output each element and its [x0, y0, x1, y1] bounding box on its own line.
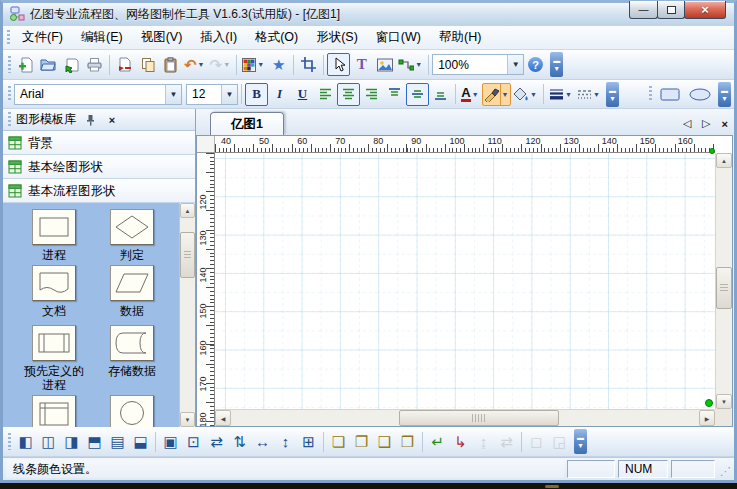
copy-button[interactable]: [136, 53, 159, 76]
menu-file[interactable]: 文件(F): [13, 26, 72, 49]
font-color-button[interactable]: A ▼: [459, 83, 482, 106]
menu-view[interactable]: 视图(V): [132, 26, 192, 49]
document-tab[interactable]: 亿图1: [210, 112, 284, 135]
underline-button[interactable]: U: [291, 83, 314, 106]
shape-tile-document[interactable]: 文档: [19, 265, 89, 318]
same-width-button[interactable]: ↔: [251, 430, 274, 453]
toolbar-options-button[interactable]: ▬▼: [606, 82, 619, 107]
toolbar-grip[interactable]: [8, 86, 11, 102]
shape-tile-data[interactable]: 数据: [97, 265, 167, 318]
crop-button[interactable]: [297, 53, 320, 76]
vertical-scrollbar[interactable]: ▲ ▼: [715, 153, 732, 409]
fill-color-button[interactable]: ▼: [511, 83, 540, 106]
toolbar-options-button[interactable]: ▬▼: [550, 52, 563, 77]
open-button[interactable]: [37, 53, 60, 76]
fill-color-dropdown-arrow[interactable]: ▼: [529, 91, 538, 98]
paste-button[interactable]: [159, 53, 182, 76]
center-in-page-vertical-button[interactable]: ⊡: [182, 430, 205, 453]
shape-tile-predefined-process[interactable]: 预先定义的进程: [19, 325, 89, 392]
new-button[interactable]: [14, 53, 37, 76]
toolbar-grip[interactable]: [7, 30, 10, 45]
scroll-right-button[interactable]: ▶: [699, 410, 715, 426]
print-button[interactable]: [83, 53, 106, 76]
menu-edit[interactable]: 编辑(E): [72, 26, 132, 49]
category-basic-flowchart-shapes[interactable]: 基本流程图形状: [3, 179, 195, 203]
line-style-dropdown-arrow[interactable]: ▼: [592, 91, 601, 98]
space-equally-down-button[interactable]: ⇅: [228, 430, 251, 453]
resize-grip[interactable]: ⋰: [718, 460, 731, 478]
add-to-group-button[interactable]: ↵: [426, 430, 449, 453]
align-center-button[interactable]: [337, 83, 360, 106]
font-color-dropdown-arrow[interactable]: ▼: [471, 91, 480, 98]
same-height-button[interactable]: ↕: [274, 430, 297, 453]
effects-button[interactable]: ★: [267, 53, 290, 76]
connector-tool-button[interactable]: ▼: [396, 53, 425, 76]
scroll-up-button[interactable]: ▲: [716, 153, 732, 168]
draw-rectangle-button[interactable]: [655, 83, 685, 106]
pointer-tool-button[interactable]: [327, 53, 350, 76]
shape-tile-circle[interactable]: [97, 395, 167, 427]
close-page-icon[interactable]: ×: [722, 118, 728, 130]
line-weight-dropdown-arrow[interactable]: ▼: [564, 91, 573, 98]
undo-button[interactable]: ↶ ▼: [182, 53, 208, 76]
scroll-track[interactable]: [231, 410, 699, 426]
menu-window[interactable]: 窗口(W): [367, 26, 430, 49]
previous-page-icon[interactable]: ◁: [683, 117, 691, 130]
line-style-button[interactable]: ▼: [575, 83, 603, 106]
shape-tile-stored-data[interactable]: 存储数据: [97, 325, 167, 378]
bold-button[interactable]: B: [245, 83, 268, 106]
scroll-track[interactable]: [716, 168, 732, 394]
space-equally-across-button[interactable]: ⇄: [205, 430, 228, 453]
bring-forward-button[interactable]: ❑: [373, 430, 396, 453]
align-shapes-center-button[interactable]: ◫: [37, 430, 60, 453]
scroll-down-button[interactable]: ▼: [180, 412, 195, 427]
toolbar-options-button[interactable]: ▬▼: [718, 82, 731, 107]
align-shapes-middle-button[interactable]: ▤: [106, 430, 129, 453]
canvas[interactable]: [215, 153, 715, 409]
align-bottom-button[interactable]: [429, 83, 452, 106]
toolbar-grip[interactable]: [8, 56, 11, 73]
close-button[interactable]: ×: [684, 1, 726, 19]
shape-tile-process[interactable]: 进程: [19, 209, 89, 262]
font-size-combobox[interactable]: 12 ▼: [186, 84, 238, 105]
color-scheme-dropdown-arrow[interactable]: ▼: [256, 61, 265, 68]
category-basic-drawing-shapes[interactable]: 基本绘图形状: [3, 155, 195, 179]
font-size-dropdown-arrow[interactable]: ▼: [221, 85, 237, 104]
align-shapes-right-button[interactable]: ◨: [60, 430, 83, 453]
zoom-dropdown-arrow[interactable]: ▼: [507, 55, 523, 74]
text-tool-button[interactable]: T: [350, 53, 373, 76]
send-backward-button[interactable]: ❒: [396, 430, 419, 453]
remove-from-group-button[interactable]: ↳: [449, 430, 472, 453]
scroll-left-button[interactable]: ◀: [215, 410, 231, 426]
color-scheme-button[interactable]: ▼: [240, 53, 267, 76]
line-color-button[interactable]: ▼: [482, 83, 511, 106]
toolbar-grip[interactable]: [8, 433, 11, 450]
zoom-combobox[interactable]: 100% ▼: [432, 54, 524, 75]
bring-to-front-button[interactable]: ❏: [327, 430, 350, 453]
menu-format[interactable]: 格式(O): [246, 26, 307, 49]
line-weight-button[interactable]: ▼: [547, 83, 575, 106]
toolbar-grip[interactable]: [649, 86, 652, 102]
align-middle-button[interactable]: [406, 83, 429, 106]
same-size-button[interactable]: ⊞: [297, 430, 320, 453]
minimize-button[interactable]: —: [629, 1, 658, 19]
pin-panel-button[interactable]: [82, 112, 98, 128]
next-page-icon[interactable]: ▷: [702, 117, 710, 130]
menu-insert[interactable]: 插入(I): [191, 26, 246, 49]
align-shapes-bottom-button[interactable]: ⬓: [129, 430, 152, 453]
scroll-up-button[interactable]: ▲: [180, 203, 195, 218]
align-shapes-top-button[interactable]: ⬒: [83, 430, 106, 453]
menu-shape[interactable]: 形状(S): [307, 26, 367, 49]
export-button[interactable]: [113, 53, 136, 76]
shape-tile-decision[interactable]: 判定: [97, 209, 167, 262]
align-shapes-left-button[interactable]: ◧: [14, 430, 37, 453]
italic-button[interactable]: I: [268, 83, 291, 106]
save-button[interactable]: [60, 53, 83, 76]
category-backgrounds[interactable]: 背景: [3, 131, 195, 155]
draw-ellipse-button[interactable]: [685, 83, 715, 106]
line-color-dropdown-arrow[interactable]: ▼: [500, 84, 509, 105]
shape-tile-internal-storage[interactable]: [19, 395, 89, 427]
gallery-scrollbar[interactable]: ▲ ▼: [179, 203, 195, 427]
font-name-combobox[interactable]: Arial ▼: [14, 84, 182, 105]
font-name-dropdown-arrow[interactable]: ▼: [165, 85, 181, 104]
